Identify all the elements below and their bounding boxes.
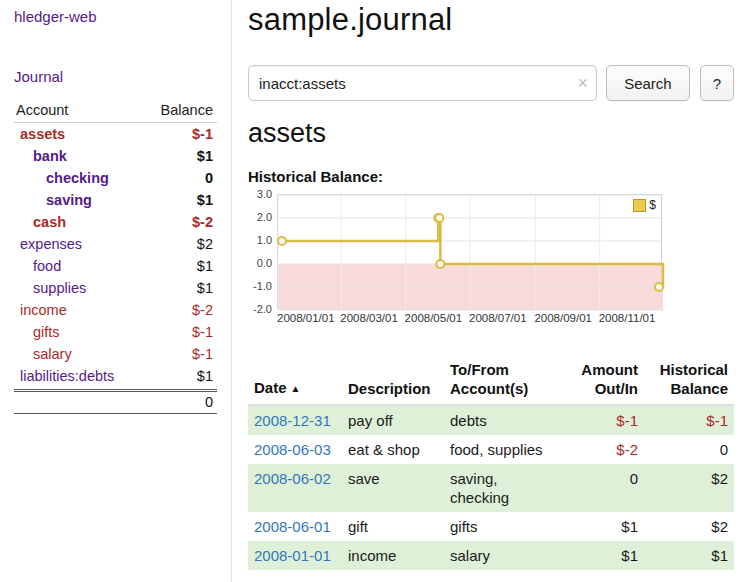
- account-balance: $-2: [192, 211, 213, 233]
- x-axis-label: 2008/07/01: [469, 312, 532, 324]
- chart-x-axis: 2008/01/012008/03/012008/05/012008/07/01…: [277, 312, 662, 327]
- sort-asc-icon: ▲: [291, 383, 301, 394]
- register-balance: $-1: [644, 405, 734, 435]
- search-input[interactable]: [248, 65, 597, 101]
- register-amount: $-2: [556, 435, 644, 464]
- register-amount: $-1: [556, 405, 644, 435]
- account-row: bank$1: [14, 145, 217, 167]
- x-axis-label: 2008/09/01: [534, 312, 597, 324]
- x-axis-label: 2008/05/01: [405, 312, 468, 324]
- legend-label: $: [649, 198, 656, 212]
- x-axis-label: 2008/11/01: [599, 312, 656, 324]
- register-description: gift: [342, 512, 444, 541]
- account-link-expenses[interactable]: expenses: [14, 233, 82, 255]
- register-description: eat & shop: [342, 435, 444, 464]
- accounts-col-account: Account: [16, 102, 68, 118]
- transaction-date-link[interactable]: 2008-12-31: [254, 412, 331, 429]
- register-row: 2008-12-31pay offdebts$-1$-1: [248, 405, 734, 435]
- legend-swatch-icon: [633, 199, 646, 212]
- register-date-cell: 2008-06-02: [248, 464, 342, 512]
- accounts-total-value: 0: [205, 394, 213, 410]
- account-balance: $-2: [192, 299, 213, 321]
- y-axis-label: 3.0: [257, 188, 272, 200]
- account-row: liabilities:debts$1: [14, 365, 217, 387]
- y-axis-label: 0.0: [257, 257, 272, 269]
- account-link-checking[interactable]: checking: [14, 167, 109, 189]
- register-accounts: salary: [444, 541, 556, 570]
- register-col-description: Description: [342, 358, 444, 405]
- account-row: expenses$2: [14, 233, 217, 255]
- register-accounts: debts: [444, 405, 556, 435]
- register-col-date-label: Date: [254, 379, 287, 396]
- balance-chart: 3.02.01.00.0-1.0-2.0 $ 2008/01/012008/03…: [248, 194, 734, 332]
- account-row: supplies$1: [14, 277, 217, 299]
- account-row: checking0: [14, 167, 217, 189]
- account-balance: $1: [197, 145, 213, 167]
- transaction-date-link[interactable]: 2008-06-02: [254, 470, 331, 487]
- account-link-assets[interactable]: assets: [14, 123, 65, 145]
- account-balance: $-1: [192, 321, 213, 343]
- account-link-income[interactable]: income: [14, 299, 67, 321]
- account-row: food$1: [14, 255, 217, 277]
- transaction-date-link[interactable]: 2008-06-01: [254, 518, 331, 535]
- account-balance: $2: [197, 233, 213, 255]
- transaction-date-link[interactable]: 2008-06-03: [254, 441, 331, 458]
- account-balance: $1: [197, 189, 213, 211]
- y-axis-label: -2.0: [253, 303, 272, 315]
- main-content: sample.journal × Search ? assets Histori…: [248, 0, 734, 570]
- chart-plot-area: $: [277, 194, 662, 309]
- chart-y-axis: 3.02.01.00.0-1.0-2.0: [248, 194, 274, 309]
- account-row: income$-2: [14, 299, 217, 321]
- search-button[interactable]: Search: [606, 65, 690, 101]
- page-title: sample.journal: [248, 2, 734, 38]
- account-link-food[interactable]: food: [14, 255, 61, 277]
- account-balance: $1: [197, 255, 213, 277]
- account-link-bank[interactable]: bank: [14, 145, 67, 167]
- register-col-date[interactable]: Date▲: [248, 358, 342, 405]
- x-axis-label: 2008/01/01: [277, 312, 340, 324]
- chart-plot-svg: [278, 195, 663, 310]
- register-header-row: Date▲ Description To/From Account(s) Amo…: [248, 358, 734, 405]
- register-date-cell: 2008-06-01: [248, 512, 342, 541]
- account-row: assets$-1: [14, 123, 217, 145]
- account-link-cash[interactable]: cash: [14, 211, 66, 233]
- account-link-supplies[interactable]: supplies: [14, 277, 86, 299]
- account-balance: $-1: [192, 343, 213, 365]
- register-row: 2008-06-03eat & shopfood, supplies$-20: [248, 435, 734, 464]
- accounts-col-balance: Balance: [161, 102, 213, 118]
- register-row: 2008-06-02savesaving, checking0$2: [248, 464, 734, 512]
- account-row: salary$-1: [14, 343, 217, 365]
- y-axis-label: -1.0: [253, 280, 272, 292]
- accounts-table: Account Balance assets$-1bank$1checking0…: [14, 102, 217, 414]
- sidebar-item-journal[interactable]: Journal: [14, 68, 217, 85]
- register-amount: $1: [556, 541, 644, 570]
- register-accounts: gifts: [444, 512, 556, 541]
- account-link-liabilities-debts[interactable]: liabilities:debts: [14, 365, 114, 387]
- clear-search-icon[interactable]: ×: [578, 74, 589, 92]
- register-description: pay off: [342, 405, 444, 435]
- register-date-cell: 2008-01-01: [248, 541, 342, 570]
- search-form: × Search ?: [248, 65, 734, 101]
- account-link-saving[interactable]: saving: [14, 189, 92, 211]
- chart-title: Historical Balance:: [248, 168, 734, 185]
- transaction-date-link[interactable]: 2008-01-01: [254, 547, 331, 564]
- register-col-accounts: To/From Account(s): [444, 358, 556, 405]
- account-row: saving$1: [14, 189, 217, 211]
- register-date-cell: 2008-06-03: [248, 435, 342, 464]
- register-row: 2008-06-01giftgifts$1$2: [248, 512, 734, 541]
- account-link-salary[interactable]: salary: [14, 343, 72, 365]
- account-balance: $1: [197, 277, 213, 299]
- chart-legend: $: [633, 198, 656, 212]
- register-table: Date▲ Description To/From Account(s) Amo…: [248, 358, 734, 570]
- help-button[interactable]: ?: [700, 65, 734, 101]
- register-description: save: [342, 464, 444, 512]
- search-box: ×: [248, 65, 597, 101]
- accounts-table-header: Account Balance: [14, 102, 217, 123]
- register-amount: 0: [556, 464, 644, 512]
- register-balance: $1: [644, 541, 734, 570]
- app-title-link[interactable]: hledger-web: [14, 8, 217, 25]
- register-balance: $2: [644, 464, 734, 512]
- register-balance: $2: [644, 512, 734, 541]
- account-link-gifts[interactable]: gifts: [14, 321, 60, 343]
- register-row: 2008-01-01incomesalary$1$1: [248, 541, 734, 570]
